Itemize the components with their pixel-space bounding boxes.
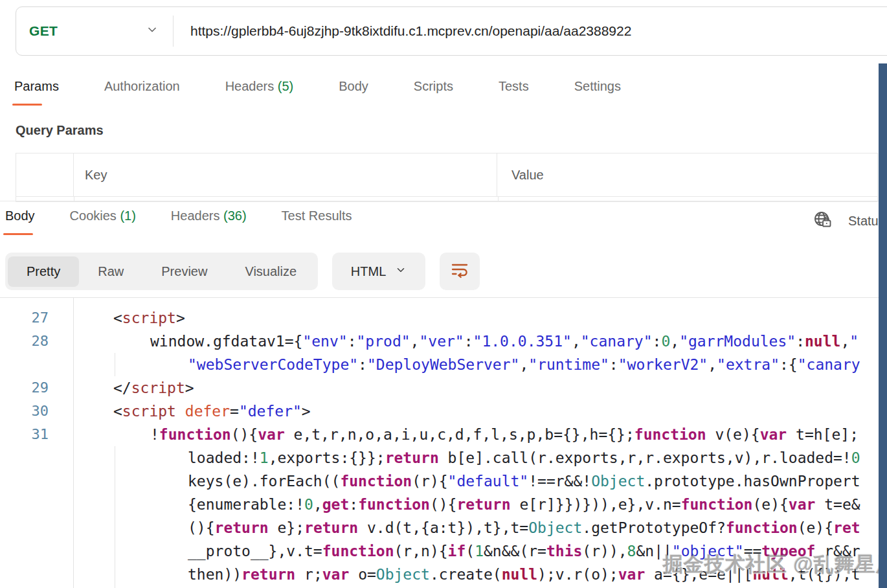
tab-label: Headers [171, 209, 220, 223]
select-all-cell[interactable] [16, 153, 74, 196]
code-line-28: 28window.gfdatav1={"env":"prod","ver":"1… [0, 330, 887, 353]
line-number [0, 469, 73, 493]
tab-count-badge: (1) [117, 209, 136, 223]
line-number [0, 353, 73, 376]
code-text: window.gfdatav1={"env":"prod","ver":"1.0… [150, 330, 859, 353]
status-label: Statu [848, 214, 879, 229]
tab-label: Headers [225, 79, 275, 93]
tab-label: Body [339, 79, 368, 93]
request-tab-params[interactable]: Params [14, 79, 59, 106]
code-line-31: 31!function(){var e,t,r,n,o,a,i,u,c,d,f,… [0, 423, 887, 446]
query-params-header-row: Key Value [16, 153, 877, 197]
tab-label: Authorization [104, 79, 180, 93]
code-text: {enumerable:!0,get:function(){return e[r… [188, 493, 860, 516]
response-tab-test-results[interactable]: Test Results [282, 209, 352, 235]
code-rows: 27<script>28window.gfdatav1={"env":"prod… [0, 306, 887, 588]
right-edge-scrollbar[interactable] [879, 63, 887, 588]
line-number: 28 [0, 330, 73, 353]
code-text: loaded:!1,exports:{}};return b[e].call(r… [188, 446, 860, 469]
response-tab-cookies[interactable]: Cookies (1) [70, 209, 136, 235]
tab-label: Params [14, 79, 59, 93]
key-column-header: Key [74, 153, 497, 196]
method-selector[interactable]: GET [16, 23, 173, 39]
line-number: 29 [0, 376, 73, 400]
line-number [0, 539, 73, 563]
view-mode-segmented-control: PrettyRawPreviewVisualize [5, 253, 318, 290]
request-tab-scripts[interactable]: Scripts [414, 79, 453, 106]
code-text: <script defer="defer"> [113, 400, 311, 423]
line-number [0, 493, 73, 516]
code-line-wrap: "webServerCodeType":"DeployWebServer","r… [0, 353, 887, 376]
line-number [0, 516, 73, 539]
tab-count-badge: (5) [274, 79, 293, 93]
view-mode-pretty[interactable]: Pretty [8, 256, 79, 287]
response-tab-headers[interactable]: Headers (36) [171, 209, 247, 235]
value-column-header: Value [497, 153, 877, 196]
code-line-wrap: loaded:!1,exports:{}};return b[e].call(r… [0, 446, 887, 469]
response-tab-body[interactable]: Body [5, 209, 35, 235]
code-text: !function(){var e,t,r,n,o,a,i,u,c,d,f,l,… [150, 423, 859, 446]
code-line-29: 29</script> [0, 376, 887, 400]
line-number [0, 446, 73, 469]
language-label: HTML [351, 264, 386, 279]
line-number: 30 [0, 400, 73, 423]
tab-label: Cookies [70, 209, 117, 223]
tab-label: Settings [574, 79, 621, 93]
response-section-divider [0, 201, 887, 201]
query-params-title: Query Params [16, 123, 104, 138]
response-viewer-toolbar: PrettyRawPreviewVisualize HTML [5, 253, 480, 290]
code-text: keys(e).forEach((function(r){"default"!=… [188, 469, 860, 493]
tab-label: Test Results [282, 209, 352, 223]
method-label: GET [29, 23, 58, 39]
tab-count-badge: (36) [219, 209, 246, 223]
request-tab-body[interactable]: Body [339, 79, 368, 106]
query-params-table: Key Value [16, 153, 878, 202]
code-line-wrap: (){return e};return v.d(t,{a:t}),t},t=Ob… [0, 516, 887, 539]
chevron-down-icon [395, 264, 407, 278]
code-line-30: 30<script defer="defer"> [0, 400, 887, 423]
wrap-lines-icon [450, 261, 469, 282]
tab-label: Body [5, 209, 35, 223]
globe-lock-icon[interactable] [812, 209, 834, 233]
watermark-text: 掘金技术社区 @乱舞星辰 [663, 551, 887, 578]
url-input[interactable]: https://gplerbb4-6uj8zjhp-9tk8ixtdifu.c1… [190, 23, 631, 39]
request-url-bar: GET https://gplerbb4-6uj8zjhp-9tk8ixtdif… [16, 6, 887, 56]
tab-label: Tests [499, 79, 529, 93]
code-text: </script> [113, 376, 194, 400]
api-client-window: GET https://gplerbb4-6uj8zjhp-9tk8ixtdif… [0, 0, 887, 588]
code-line-wrap: {enumerable:!0,get:function(){return e[r… [0, 493, 887, 516]
chevron-down-icon [146, 23, 159, 39]
view-mode-raw[interactable]: Raw [79, 256, 142, 287]
tab-label: Scripts [414, 79, 453, 93]
response-tabs: BodyCookies (1)Headers (36)Test Results [5, 209, 352, 235]
wrap-lines-button[interactable] [440, 253, 480, 290]
language-dropdown[interactable]: HTML [332, 253, 425, 290]
view-mode-visualize[interactable]: Visualize [226, 256, 315, 287]
url-bar-divider [173, 16, 174, 47]
line-number: 27 [0, 306, 73, 330]
line-number [0, 563, 73, 586]
request-tab-tests[interactable]: Tests [499, 79, 529, 106]
request-tab-authorization[interactable]: Authorization [104, 79, 180, 106]
code-text: <script> [113, 306, 185, 330]
line-number: 31 [0, 423, 73, 446]
response-meta: Statu [812, 209, 879, 233]
response-body-code-editor[interactable]: 27<script>28window.gfdatav1={"env":"prod… [0, 297, 887, 588]
code-text: (){return e};return v.d(t,{a:t}),t},t=Ob… [188, 516, 860, 539]
code-line-27: 27<script> [0, 306, 887, 330]
code-line-wrap: keys(e).forEach((function(r){"default"!=… [0, 469, 887, 493]
request-tab-settings[interactable]: Settings [574, 79, 621, 106]
request-tab-headers[interactable]: Headers (5) [225, 79, 294, 106]
request-tabs: ParamsAuthorizationHeaders (5)BodyScript… [14, 79, 621, 106]
code-text: "webServerCodeType":"DeployWebServer","r… [188, 353, 860, 376]
view-mode-preview[interactable]: Preview [142, 256, 226, 287]
